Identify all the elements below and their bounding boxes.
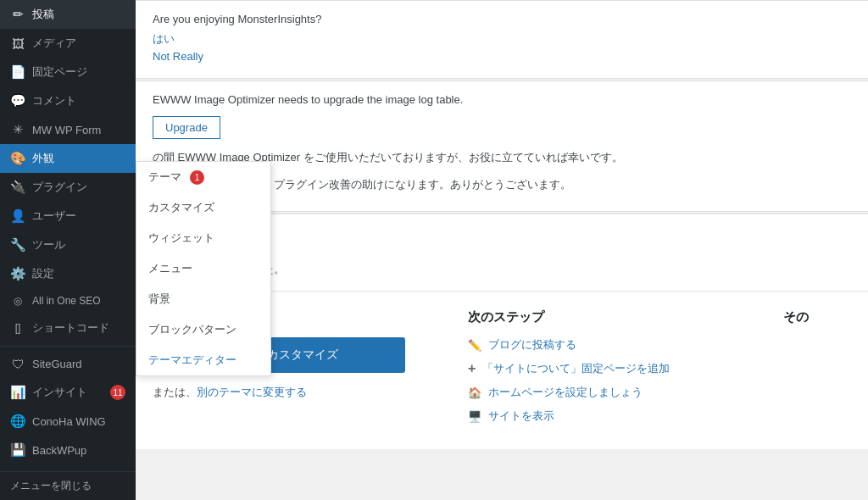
plus-icon: + xyxy=(468,361,476,376)
media-icon: 🖼 xyxy=(10,36,25,51)
sidebar-item-insight[interactable]: 📊 インサイト 11 xyxy=(0,378,136,407)
submenu-item-themes[interactable]: テーマ 1 xyxy=(136,162,270,192)
comments-icon: 💬 xyxy=(10,93,25,108)
sidebar-item-siteguard[interactable]: 🛡 SiteGuard xyxy=(0,350,136,378)
monsterinsights-notice: Are you enjoying MonsterInsights? はい Not… xyxy=(136,0,868,79)
aioseo-icon: ◎ xyxy=(10,295,25,307)
next-step-blog[interactable]: ✏️ ブログに投稿する xyxy=(468,337,783,353)
next-step-view-site[interactable]: 🖥️ サイトを表示 xyxy=(468,408,783,424)
submenu-item-themeeditor[interactable]: テーマエディター xyxy=(136,345,270,375)
home-icon: 🏠 xyxy=(468,386,481,399)
appearance-icon: 🎨 xyxy=(10,151,25,166)
sidebar-item-users[interactable]: 👤 ユーザー xyxy=(0,202,136,231)
sidebar-item-conoha[interactable]: 🌐 ConoHa WING xyxy=(0,407,136,436)
sidebar-item-posts[interactable]: ✏ 投稿 xyxy=(0,0,136,29)
more-col-title: その xyxy=(783,309,851,325)
sidebar-item-media[interactable]: 🖼 メディア xyxy=(0,29,136,58)
shortcode-icon: [] xyxy=(10,322,25,334)
change-theme-link[interactable]: 別のテーマに変更する xyxy=(197,386,307,398)
siteguard-icon: 🛡 xyxy=(10,357,25,371)
sidebar: ✏ 投稿 🖼 メディア 📄 固定ページ 💬 コメント ✳ MW WP Form … xyxy=(0,0,136,500)
sidebar-item-appearance[interactable]: 🎨 外観 xyxy=(0,144,136,173)
themes-badge: 1 xyxy=(190,170,204,185)
submenu-item-customize[interactable]: カスタマイズ xyxy=(136,192,270,223)
sidebar-item-backwpup[interactable]: 💾 BackWPup xyxy=(0,436,136,464)
posts-icon: ✏ xyxy=(10,7,25,22)
submenu-item-blockpatterns[interactable]: ブロックパターン xyxy=(136,314,270,345)
pages-icon: 📄 xyxy=(10,64,25,80)
insight-badge: 11 xyxy=(110,385,125,400)
ewww-title: EWWW Image Optimizer needs to upgrade th… xyxy=(153,93,851,106)
settings-icon: ⚙️ xyxy=(10,266,25,281)
more-column: その xyxy=(783,309,851,432)
users-icon: 👤 xyxy=(10,208,25,224)
sidebar-item-settings[interactable]: ⚙️ 設定 xyxy=(0,259,136,288)
backwpup-icon: 💾 xyxy=(10,442,25,458)
submenu-item-menus[interactable]: メニュー xyxy=(136,253,270,284)
conoha-icon: 🌐 xyxy=(10,414,25,429)
screen-icon: 🖥️ xyxy=(468,410,481,423)
monsterinsights-no-link[interactable]: Not Really xyxy=(153,48,851,66)
sidebar-item-allinoneseo[interactable]: ◎ All in One SEO xyxy=(0,288,136,314)
sidebar-item-tools[interactable]: 🔧 ツール xyxy=(0,231,136,259)
next-step-homepage[interactable]: 🏠 ホームページを設定しましょう xyxy=(468,385,783,400)
submenu-item-widgets[interactable]: ウィジェット xyxy=(136,223,270,253)
submenu-item-background[interactable]: 背景 xyxy=(136,284,270,314)
close-menu-button[interactable]: メニューを閉じる xyxy=(0,471,136,500)
appearance-submenu: テーマ 1 カスタマイズ ウィジェット メニュー 背景 ブロックパターン テーマ… xyxy=(136,161,271,376)
sidebar-item-plugins[interactable]: 🔌 プラグイン xyxy=(0,173,136,202)
monsterinsights-question: Are you enjoying MonsterInsights? xyxy=(153,13,851,25)
next-step-about[interactable]: + 「サイトについて」固定ページを追加 xyxy=(468,361,783,376)
plugins-icon: 🔌 xyxy=(10,180,25,195)
change-theme-text: または、別のテーマに変更する xyxy=(153,385,468,400)
next-steps-column: 次のステップ ✏️ ブログに投稿する + 「サイトについて」固定ページを追加 🏠… xyxy=(468,309,783,432)
ewww-upgrade-button[interactable]: Upgrade xyxy=(153,116,220,139)
edit-icon: ✏️ xyxy=(468,339,481,352)
monsterinsights-yes-link[interactable]: はい xyxy=(153,31,851,48)
sidebar-item-mwwpform[interactable]: ✳ MW WP Form xyxy=(0,115,136,144)
next-steps-col-title: 次のステップ xyxy=(468,309,783,325)
sidebar-item-shortcode[interactable]: [] ショートコード xyxy=(0,314,136,342)
sidebar-item-pages[interactable]: 📄 固定ページ xyxy=(0,58,136,86)
tools-icon: 🔧 xyxy=(10,237,25,253)
insight-icon: 📊 xyxy=(10,385,25,400)
mwwpform-icon: ✳ xyxy=(10,122,25,137)
sidebar-item-comments[interactable]: 💬 コメント xyxy=(0,86,136,115)
